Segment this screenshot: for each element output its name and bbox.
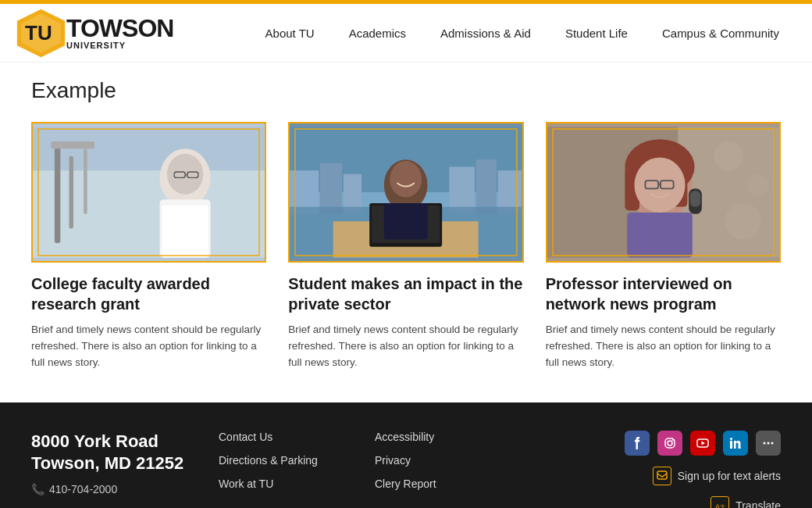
footer-link-clery[interactable]: Clery Report [375, 478, 500, 490]
facebook-icon[interactable] [625, 431, 650, 456]
svg-rect-7 [51, 141, 94, 148]
site-header: TU TOWSON UNIVERSITY About TU Academics … [0, 0, 812, 63]
social-icons-row [625, 431, 781, 456]
translate-label: Translate [735, 499, 781, 508]
svg-point-48 [668, 441, 672, 445]
translate-action[interactable]: A 文 Translate [710, 496, 781, 508]
news-card-2[interactable]: Student makes an impact in the private s… [288, 122, 523, 371]
footer-phone[interactable]: 📞 410-704-2000 [31, 483, 187, 495]
footer-link-accessibility[interactable]: Accessibility [375, 431, 500, 443]
logo-subtitle: UNIVERSITY [66, 41, 173, 50]
card-title-1: College faculty awarded research grant [31, 274, 266, 314]
svg-point-29 [390, 161, 422, 197]
nav-admissions[interactable]: Admissions & Aid [423, 27, 548, 40]
svg-point-53 [730, 438, 732, 440]
nav-campus[interactable]: Campus & Community [645, 27, 796, 40]
svg-rect-22 [476, 159, 497, 214]
nav-academics[interactable]: Academics [332, 27, 423, 40]
phone-icon: 📞 [31, 483, 45, 495]
logo-text: TOWSON UNIVERSITY [66, 16, 173, 50]
svg-rect-43 [690, 191, 700, 206]
card-image-2 [288, 122, 523, 263]
news-card-3[interactable]: Professor interviewed on network news pr… [546, 122, 781, 371]
svg-point-54 [764, 442, 766, 444]
card-desc-3: Brief and timely news content should be … [546, 322, 781, 371]
svg-marker-51 [702, 441, 706, 445]
address-line2: Towson, MD 21252 [31, 453, 187, 475]
card-desc-1: Brief and timely news content should be … [31, 322, 266, 371]
main-nav: About TU Academics Admissions & Aid Stud… [203, 27, 796, 40]
youtube-icon[interactable] [690, 431, 715, 456]
card-img-svg-3 [547, 123, 779, 261]
card-img-svg-1 [33, 123, 265, 261]
cards-row: College faculty awarded research grant B… [31, 122, 781, 371]
logo-diamond: TU [16, 8, 66, 59]
card-image-1 [31, 122, 266, 263]
text-alerts-label: Sign up for text alerts [678, 470, 781, 482]
translate-icon: A 文 [710, 496, 729, 508]
card-title-3: Professor interviewed on network news pr… [546, 274, 781, 314]
footer-links-col2: Accessibility Privacy Clery Report [375, 431, 500, 490]
logo-name: TOWSON [66, 16, 173, 41]
footer-link-work[interactable]: Work at TU [219, 478, 344, 490]
svg-point-49 [672, 439, 674, 441]
more-social-icon[interactable] [756, 431, 781, 456]
logo-area[interactable]: TU TOWSON UNIVERSITY [16, 8, 203, 59]
svg-rect-52 [730, 441, 732, 449]
linkedin-icon[interactable] [723, 431, 748, 456]
svg-rect-6 [69, 156, 73, 229]
svg-text:TU: TU [25, 20, 52, 44]
svg-text:文: 文 [720, 504, 725, 508]
card-desc-2: Brief and timely news content should be … [288, 322, 523, 371]
news-card-1[interactable]: College faculty awarded research grant B… [31, 122, 266, 371]
text-alerts-icon [653, 467, 671, 485]
nav-student-life[interactable]: Student Life [548, 27, 645, 40]
svg-rect-30 [384, 203, 428, 239]
svg-rect-12 [162, 206, 208, 258]
svg-point-44 [714, 141, 743, 170]
svg-rect-19 [320, 163, 342, 214]
footer-link-privacy[interactable]: Privacy [375, 454, 500, 467]
footer-social: Sign up for text alerts A 文 Translate [625, 431, 781, 508]
svg-rect-8 [84, 148, 87, 214]
main-content: Example [0, 63, 812, 402]
address-text: 8000 York Road Towson, MD 21252 [31, 431, 187, 475]
card-title-2: Student makes an impact in the private s… [288, 274, 523, 314]
svg-point-46 [725, 203, 760, 239]
instagram-icon[interactable] [657, 431, 682, 456]
footer-link-directions[interactable]: Directions & Parking [219, 454, 344, 467]
address-line1: 8000 York Road [31, 431, 187, 453]
section-title: Example [31, 78, 781, 103]
card-image-3 [546, 122, 781, 263]
svg-point-55 [767, 442, 770, 444]
footer-links-col1: Contact Us Directions & Parking Work at … [219, 431, 344, 490]
svg-rect-5 [55, 141, 60, 243]
svg-rect-41 [627, 213, 693, 258]
footer-link-contact[interactable]: Contact Us [219, 431, 344, 443]
text-alerts-action[interactable]: Sign up for text alerts [653, 467, 781, 485]
footer-address: 8000 York Road Towson, MD 21252 📞 410-70… [31, 431, 187, 495]
nav-about[interactable]: About TU [248, 27, 332, 40]
svg-point-56 [771, 442, 774, 444]
phone-number: 410-704-2000 [49, 483, 117, 495]
card-img-svg-2 [290, 123, 522, 261]
svg-point-45 [746, 174, 768, 196]
site-footer: 8000 York Road Towson, MD 21252 📞 410-70… [0, 402, 812, 508]
svg-rect-4 [33, 170, 265, 257]
